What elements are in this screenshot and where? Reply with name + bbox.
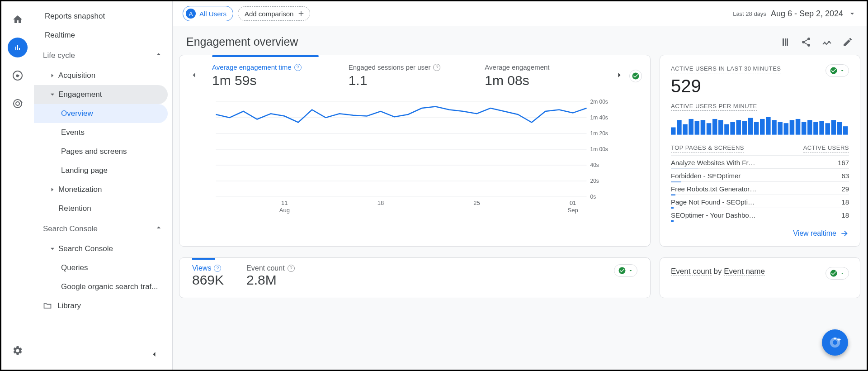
sidebar-item-search-console-sub[interactable]: Search Console xyxy=(34,239,172,258)
sidebar-item-landing-page[interactable]: Landing page xyxy=(34,161,172,180)
help-icon[interactable]: ? xyxy=(288,265,295,272)
svg-rect-51 xyxy=(831,120,836,134)
event-count-by-label: Event count by Event name xyxy=(671,267,765,276)
svg-rect-38 xyxy=(754,122,759,135)
help-icon[interactable]: ? xyxy=(433,64,440,71)
col-pages: TOP PAGES & SCREENS xyxy=(671,144,744,152)
sidebar-item-library[interactable]: Library xyxy=(34,296,172,315)
page-row[interactable]: Analyze Websites With Fr…167 xyxy=(671,155,849,168)
metric-event-count[interactable]: Event count? 2.8M xyxy=(246,264,295,288)
metric-value: 869K xyxy=(192,272,224,288)
metric-label: Average engagement xyxy=(485,63,549,71)
svg-rect-31 xyxy=(712,119,717,135)
sidebar-item-organic[interactable]: Google organic search traf... xyxy=(34,277,172,296)
sidebar-item-acquisition[interactable]: Acquisition xyxy=(34,66,172,85)
sidebar-item-realtime[interactable]: Realtime xyxy=(34,26,172,45)
sidebar-label: Monetization xyxy=(58,185,102,194)
chip-badge: A xyxy=(186,9,196,19)
metric-avg-engagement-time[interactable]: Average engagement time? 1m 59s xyxy=(204,63,337,88)
explore-icon[interactable] xyxy=(8,66,28,86)
metric-engaged-sessions-per-user[interactable]: Engaged sessions per user? 1.1 xyxy=(340,63,473,88)
svg-rect-34 xyxy=(730,122,735,135)
sidebar-section-search-console[interactable]: Search Console xyxy=(34,218,172,239)
sidebar-label: Search Console xyxy=(58,244,113,253)
svg-text:Aug: Aug xyxy=(279,207,290,214)
compare-icon[interactable] xyxy=(780,37,791,48)
metric-avg-engagement[interactable]: Average engagement 1m 08s xyxy=(476,63,609,88)
svg-point-1 xyxy=(16,102,19,105)
svg-text:18: 18 xyxy=(377,200,384,206)
svg-rect-41 xyxy=(772,120,777,134)
sidebar-item-engagement[interactable]: Engagement xyxy=(34,85,168,104)
help-icon[interactable]: ? xyxy=(214,265,221,272)
edit-icon[interactable] xyxy=(842,37,853,48)
caret-down-icon xyxy=(49,246,58,252)
svg-rect-33 xyxy=(724,124,729,135)
metric-views[interactable]: Views? 869K xyxy=(192,264,224,288)
status-dropdown[interactable] xyxy=(826,64,849,77)
chip-all-users[interactable]: A All Users xyxy=(183,6,233,21)
page-row[interactable]: Page Not Found - SEOpti…18 xyxy=(671,195,849,208)
views-card: Views? 869K Event count? 2.8M xyxy=(179,257,651,298)
status-dropdown[interactable] xyxy=(826,267,849,280)
insights-icon[interactable] xyxy=(821,37,832,48)
svg-rect-47 xyxy=(807,120,812,134)
svg-rect-32 xyxy=(718,120,723,134)
svg-rect-45 xyxy=(796,119,801,135)
date-range-picker[interactable]: Last 28 days Aug 6 - Sep 2, 2024 xyxy=(733,9,857,19)
share-icon[interactable] xyxy=(801,37,811,48)
sidebar-item-retention[interactable]: Retention xyxy=(34,199,172,218)
svg-rect-27 xyxy=(689,119,693,135)
sidebar-item-reports-snapshot[interactable]: Reports snapshot xyxy=(34,7,172,26)
sidebar-item-queries[interactable]: Queries xyxy=(34,258,172,277)
svg-rect-26 xyxy=(683,124,688,135)
sidebar: Reports snapshot Realtime Life cycle Acq… xyxy=(34,1,172,370)
sidebar-label: Search Console xyxy=(43,224,98,233)
chip-label: Add comparison xyxy=(245,10,293,18)
reports-icon[interactable] xyxy=(8,38,28,57)
advertising-icon[interactable] xyxy=(8,94,28,114)
plus-icon xyxy=(297,10,305,18)
metric-prev-icon[interactable] xyxy=(188,71,200,81)
admin-gear-icon[interactable] xyxy=(8,341,28,361)
svg-text:2m 00s: 2m 00s xyxy=(590,99,608,105)
svg-rect-42 xyxy=(778,122,783,135)
chevron-up-icon xyxy=(154,223,163,234)
svg-rect-40 xyxy=(766,117,771,134)
view-realtime-link[interactable]: View realtime xyxy=(660,225,860,246)
home-icon[interactable] xyxy=(8,10,28,29)
svg-rect-53 xyxy=(843,126,848,135)
sidebar-item-monetization[interactable]: Monetization xyxy=(34,180,172,199)
col-users: ACTIVE USERS xyxy=(803,144,849,152)
page-header: Engagement overview xyxy=(173,26,867,55)
svg-rect-43 xyxy=(784,123,789,134)
sidebar-section-life-cycle[interactable]: Life cycle xyxy=(34,45,172,66)
page-row[interactable]: SEOptimer - Your Dashbo…18 xyxy=(671,208,849,221)
date-range-value: Aug 6 - Sep 2, 2024 xyxy=(771,9,843,19)
table-header: TOP PAGES & SCREENS ACTIVE USERS xyxy=(660,143,860,155)
page-row[interactable]: Free Robots.txt Generator…29 xyxy=(671,181,849,195)
dropdown-icon xyxy=(848,9,857,18)
icon-rail xyxy=(1,1,34,370)
page-row[interactable]: Forbidden - SEOptimer63 xyxy=(671,168,849,181)
help-icon[interactable]: ? xyxy=(294,64,302,71)
sidebar-item-overview[interactable]: Overview xyxy=(34,104,168,123)
main-content: A All Users Add comparison Last 28 days … xyxy=(172,1,867,370)
status-dropdown[interactable] xyxy=(614,264,637,277)
sidebar-label: Acquisition xyxy=(58,71,95,80)
metric-value: 2.8M xyxy=(246,272,295,288)
svg-rect-24 xyxy=(671,127,676,134)
status-check-icon[interactable] xyxy=(629,70,642,82)
metric-next-icon[interactable] xyxy=(613,71,626,81)
sidebar-item-events[interactable]: Events xyxy=(34,123,172,142)
assistant-fab[interactable] xyxy=(822,329,848,356)
sidebar-item-pages-screens[interactable]: Pages and screens xyxy=(34,142,172,161)
svg-rect-48 xyxy=(813,122,818,135)
collapse-sidebar-icon[interactable] xyxy=(150,350,159,361)
topbar: A All Users Add comparison Last 28 days … xyxy=(173,1,867,26)
sidebar-label: Retention xyxy=(58,204,91,213)
svg-rect-49 xyxy=(819,121,824,135)
chip-add-comparison[interactable]: Add comparison xyxy=(238,6,310,21)
svg-text:Sep: Sep xyxy=(568,207,578,214)
metric-label: Views xyxy=(192,264,211,272)
